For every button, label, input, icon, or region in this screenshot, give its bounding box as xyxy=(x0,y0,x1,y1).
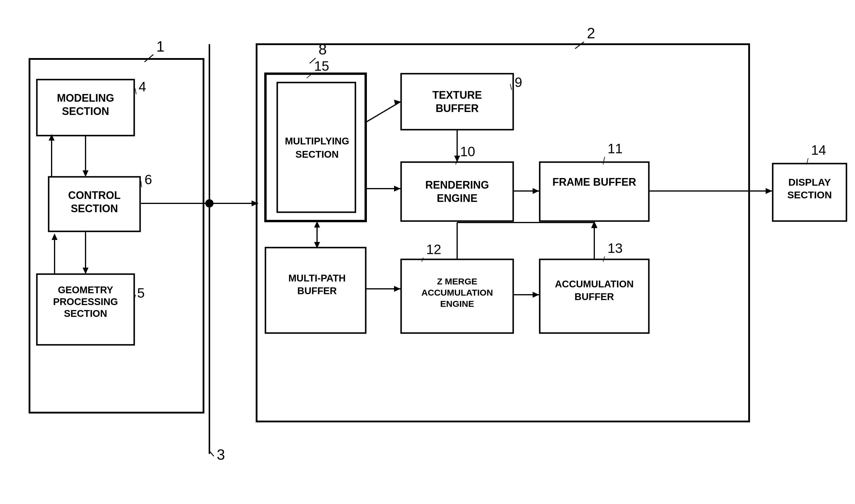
framebuffer-label: FRAME BUFFER xyxy=(553,176,636,188)
svg-marker-63 xyxy=(766,188,772,194)
texture-label: TEXTURE xyxy=(432,89,482,101)
accumbuf-label: ACCUMULATION xyxy=(555,278,633,289)
display-label: DISPLAY xyxy=(788,177,831,188)
geometry-label3: SECTION xyxy=(64,308,107,319)
ref-12: 12 xyxy=(426,242,441,257)
rendering-label: RENDERING xyxy=(425,179,489,191)
diagram: 1 2 3 8 MODELING SECTION 4 CONTROL SECTI… xyxy=(0,0,855,504)
ref-14: 14 xyxy=(811,142,826,158)
ref-2: 2 xyxy=(587,25,595,41)
multiplying-label2: SECTION xyxy=(296,149,339,160)
ref-10: 10 xyxy=(460,144,475,159)
modeling-label2: SECTION xyxy=(62,105,109,117)
ref-3: 3 xyxy=(217,447,225,463)
ref-4: 4 xyxy=(139,79,146,94)
ref-5: 5 xyxy=(137,285,145,301)
ref-6: 6 xyxy=(144,172,152,187)
svg-rect-42 xyxy=(540,162,649,221)
ref-13: 13 xyxy=(608,240,623,256)
control-label2: SECTION xyxy=(71,202,118,215)
svg-rect-32 xyxy=(401,74,513,130)
ref-11: 11 xyxy=(608,141,623,156)
multipath-label2: BUFFER xyxy=(297,285,337,296)
ref-1: 1 xyxy=(156,38,164,55)
diagram-svg: 1 2 3 8 MODELING SECTION 4 CONTROL SECTI… xyxy=(0,0,855,504)
accumbuf-label2: BUFFER xyxy=(575,291,614,302)
texture-label2: BUFFER xyxy=(436,102,479,114)
svg-rect-26 xyxy=(277,83,355,212)
zmerge-label2: ACCUMULATION xyxy=(421,288,493,298)
ref-15: 15 xyxy=(314,58,329,74)
control-label: CONTROL xyxy=(68,189,121,201)
geometry-label: GEOMETRY xyxy=(58,284,113,295)
multipath-label: MULTI-PATH xyxy=(289,273,346,284)
zmerge-label: Z MERGE xyxy=(437,276,477,286)
ref-8: 8 xyxy=(318,41,327,58)
svg-rect-36 xyxy=(401,162,513,221)
zmerge-label3: ENGINE xyxy=(440,299,474,309)
rendering-label2: ENGINE xyxy=(437,192,477,204)
multiplying-label: MULTIPLYING xyxy=(285,136,349,146)
geometry-label2: PROCESSING xyxy=(53,296,118,307)
modeling-label: MODELING xyxy=(57,92,114,104)
ref-9: 9 xyxy=(514,75,522,90)
display-label2: SECTION xyxy=(787,189,832,200)
